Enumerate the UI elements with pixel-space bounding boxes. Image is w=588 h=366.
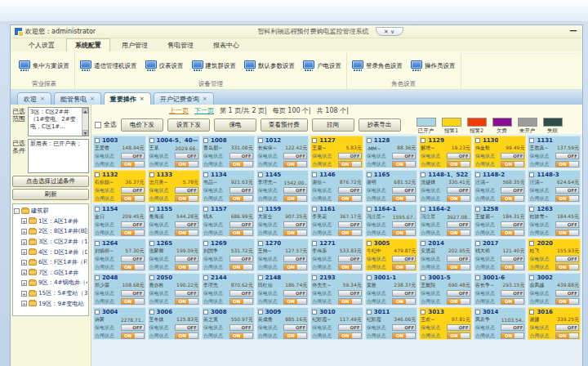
keep-power-toggle[interactable]: OFF — [121, 290, 145, 297]
room-checkbox[interactable] — [367, 138, 372, 143]
room-checkbox[interactable] — [149, 310, 154, 315]
room-checkbox[interactable] — [529, 310, 534, 315]
ribbon-button-0-0[interactable]: 集中方案设置 — [19, 60, 69, 72]
tree-node-0[interactable]: +1区：A区1#井 — [14, 216, 87, 227]
tab-2[interactable]: 重要操作× — [104, 92, 151, 105]
ribbon-button-1-0[interactable]: 通信管理机设置 — [80, 60, 137, 72]
room-checkbox[interactable] — [258, 310, 263, 315]
keep-power-toggle[interactable]: OFF — [121, 153, 145, 159]
switch-state-toggle[interactable]: ON — [501, 333, 524, 339]
scroll-up-icon[interactable]: ▲ — [82, 108, 88, 114]
collapse-expander-icon[interactable]: - — [14, 208, 20, 214]
expand-expander-icon[interactable]: + — [21, 291, 27, 297]
keep-power-toggle[interactable]: OFF — [283, 290, 307, 297]
expand-expander-icon[interactable]: + — [21, 229, 27, 234]
switch-state-toggle[interactable]: ON — [555, 195, 579, 202]
switch-state-toggle[interactable]: ON — [555, 333, 579, 339]
keep-power-toggle[interactable]: OFF — [447, 290, 470, 297]
room-checkbox[interactable] — [475, 138, 480, 143]
tree-node-3[interactable]: +4区：D区1#井（D区1... — [14, 247, 87, 257]
room-checkbox[interactable] — [367, 172, 372, 177]
switch-state-toggle[interactable]: ON — [121, 298, 145, 305]
keep-power-toggle[interactable]: OFF — [392, 221, 416, 228]
room-checkbox[interactable] — [258, 241, 263, 246]
toolbar-button-1[interactable]: 设置下发 — [167, 118, 210, 132]
switch-state-toggle[interactable]: ON — [283, 161, 307, 167]
room-checkbox[interactable] — [203, 275, 208, 280]
room-checkbox[interactable] — [95, 138, 100, 143]
selected-condition-box[interactable]: 新用表：已开户表； — [28, 139, 89, 173]
tab-close-icon[interactable]: × — [90, 96, 95, 102]
switch-state-toggle[interactable]: ON — [392, 230, 416, 236]
room-checkbox[interactable] — [95, 207, 100, 212]
toolbar-button-0[interactable]: 电价下发 — [121, 118, 163, 132]
room-checkbox[interactable] — [203, 138, 208, 143]
prev-page-link[interactable]: 上一页 — [169, 106, 189, 115]
expand-expander-icon[interactable]: + — [21, 260, 27, 266]
switch-state-toggle[interactable]: ON — [555, 161, 579, 167]
room-checkbox[interactable] — [312, 207, 317, 212]
keep-power-toggle[interactable]: OFF — [501, 153, 524, 159]
tab-close-icon[interactable]: × — [40, 96, 45, 102]
keep-power-toggle[interactable]: OFF — [501, 187, 524, 194]
room-checkbox[interactable] — [529, 241, 534, 246]
keep-power-toggle[interactable]: OFF — [175, 256, 198, 262]
expand-expander-icon[interactable]: + — [21, 239, 27, 245]
switch-state-toggle[interactable]: ON — [501, 195, 524, 202]
select-all-checkbox[interactable] — [95, 122, 101, 128]
keep-power-toggle[interactable]: OFF — [338, 324, 362, 331]
tree-node-6[interactable]: +9区：4#锅电井（4#锅... — [14, 278, 87, 288]
menu-item-3[interactable]: 售电管理 — [159, 39, 202, 51]
keep-power-toggle[interactable]: OFF — [175, 221, 198, 228]
keep-power-toggle[interactable]: OFF — [121, 187, 145, 194]
room-checkbox[interactable] — [203, 241, 208, 246]
room-checkbox[interactable] — [367, 207, 372, 212]
keep-power-toggle[interactable]: OFF — [229, 256, 253, 262]
keep-power-toggle[interactable]: OFF — [229, 153, 253, 159]
expand-expander-icon[interactable]: + — [21, 249, 27, 255]
switch-state-toggle[interactable]: ON — [175, 264, 198, 270]
switch-state-toggle[interactable]: ON — [229, 264, 253, 270]
expand-expander-icon[interactable]: + — [21, 218, 27, 224]
switch-state-toggle[interactable]: ON — [555, 230, 579, 236]
switch-state-toggle[interactable]: ON — [283, 230, 307, 236]
switch-state-toggle[interactable]: ON — [229, 161, 253, 167]
switch-state-toggle[interactable]: ON — [338, 333, 362, 339]
keep-power-toggle[interactable]: OFF — [447, 187, 470, 194]
switch-state-toggle[interactable]: ON — [283, 195, 307, 202]
switch-state-toggle[interactable]: ON — [501, 230, 524, 236]
room-checkbox[interactable] — [312, 310, 317, 315]
switch-state-toggle[interactable]: ON — [121, 161, 145, 167]
ribbon-button-1-1[interactable]: 仪表设置 — [145, 60, 184, 72]
room-checkbox[interactable] — [312, 138, 317, 143]
toolbar-button-4[interactable]: 拉闸 — [312, 118, 354, 132]
room-checkbox[interactable] — [475, 275, 480, 280]
keep-power-toggle[interactable]: OFF — [229, 187, 253, 194]
room-checkbox[interactable] — [475, 207, 480, 212]
room-checkbox[interactable] — [421, 172, 425, 177]
keep-power-toggle[interactable]: OFF — [121, 221, 145, 228]
switch-state-toggle[interactable]: ON — [229, 333, 253, 339]
keep-power-toggle[interactable]: OFF — [283, 187, 307, 194]
room-checkbox[interactable] — [475, 241, 480, 246]
room-checkbox[interactable] — [203, 172, 208, 177]
room-checkbox[interactable] — [149, 275, 154, 280]
keep-power-toggle[interactable]: OFF — [392, 324, 416, 331]
switch-state-toggle[interactable]: ON — [501, 264, 524, 270]
room-checkbox[interactable] — [529, 138, 534, 143]
menu-item-1[interactable]: 系统配置 — [66, 38, 110, 51]
ribbon-button-1-3[interactable]: 默认参数设置 — [244, 60, 295, 72]
room-checkbox[interactable] — [312, 172, 317, 177]
tab-1[interactable]: 能管售电× — [54, 92, 101, 105]
ribbon-button-1-4[interactable]: 户电设置 — [303, 60, 341, 72]
room-checkbox[interactable] — [95, 172, 100, 177]
choose-filter-button[interactable]: 点击选择过滤条件 — [12, 176, 89, 187]
selected-range-listbox[interactable]: 3区：C区2#井（1#变电、2#变电，C区1#... ▲ ▼ — [28, 107, 89, 136]
switch-state-toggle[interactable]: ON — [447, 230, 470, 236]
switch-state-toggle[interactable]: ON — [283, 333, 307, 339]
switch-state-toggle[interactable]: ON — [447, 333, 470, 339]
keep-power-toggle[interactable]: OFF — [447, 324, 470, 331]
switch-state-toggle[interactable]: ON — [555, 264, 579, 270]
listbox-scrollbar[interactable]: ▲ ▼ — [82, 108, 88, 136]
keep-power-toggle[interactable]: OFF — [338, 290, 362, 297]
